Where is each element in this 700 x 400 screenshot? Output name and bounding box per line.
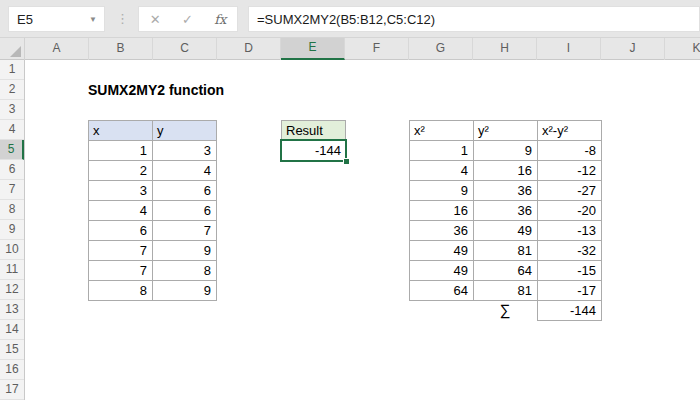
row-header-14[interactable]: 14 (0, 320, 24, 340)
table-cell[interactable]: 1 (89, 141, 153, 161)
table-cell[interactable]: 36 (474, 201, 538, 221)
table-cell[interactable]: 9 (474, 141, 538, 161)
enter-icon[interactable]: ✓ (182, 12, 193, 27)
table-cell[interactable]: -8 (538, 141, 602, 161)
table-row: 8 9 (89, 281, 217, 301)
table-cell[interactable]: 16 (474, 161, 538, 181)
table-cell[interactable]: 49 (410, 261, 474, 281)
squares-header-y2[interactable]: y² (474, 121, 538, 141)
table-cell[interactable]: 36 (410, 221, 474, 241)
table-cell[interactable]: 49 (474, 221, 538, 241)
table-cell[interactable]: 3 (153, 141, 217, 161)
xy-header-x[interactable]: x (89, 121, 153, 141)
table-cell[interactable]: 8 (153, 261, 217, 281)
table-cell[interactable]: -13 (538, 221, 602, 241)
column-header-h[interactable]: H (473, 38, 537, 60)
table-cell[interactable]: 36 (474, 181, 538, 201)
column-header-k[interactable]: K (665, 38, 700, 60)
column-header-j[interactable]: J (601, 38, 665, 60)
row-header-5[interactable]: 5 (0, 140, 24, 160)
selected-cell-value: -144 (315, 143, 341, 158)
insert-function-icon[interactable]: fx (214, 12, 226, 27)
row-headers: 1 2 3 4 5 6 7 8 9 10 11 12 13 14 15 16 1… (0, 60, 25, 400)
table-cell[interactable]: 3 (89, 181, 153, 201)
column-header-c[interactable]: C (153, 38, 217, 60)
column-header-g[interactable]: G (409, 38, 473, 60)
row-header-15[interactable]: 15 (0, 340, 24, 360)
row-header-13[interactable]: 13 (0, 300, 24, 320)
table-cell[interactable]: 9 (153, 241, 217, 261)
row-header-3[interactable]: 3 (0, 100, 24, 120)
grid-cells[interactable]: SUMX2MY2 function x y 1 3 2 4 3 6 (25, 60, 700, 400)
table-cell[interactable]: 7 (89, 261, 153, 281)
name-box[interactable]: E5 ▼ (8, 6, 105, 32)
sum-symbol-cell[interactable]: ∑ (473, 300, 537, 320)
table-cell[interactable]: 81 (474, 281, 538, 301)
excel-window: E5 ▼ ⋮ ✕ ✓ fx =SUMX2MY2(B5:B12,C5:C12) A… (0, 0, 700, 400)
xy-header-y[interactable]: y (153, 121, 217, 141)
table-row: 3 6 (89, 181, 217, 201)
table-cell[interactable]: 9 (153, 281, 217, 301)
select-all-button[interactable] (0, 38, 25, 60)
table-cell[interactable]: -27 (538, 181, 602, 201)
row-header-10[interactable]: 10 (0, 240, 24, 260)
sum-value-cell[interactable]: -144 (537, 300, 602, 321)
table-cell[interactable]: -17 (538, 281, 602, 301)
selected-cell[interactable]: -144 (280, 139, 347, 162)
table-cell[interactable]: 6 (89, 221, 153, 241)
table-cell[interactable]: 64 (474, 261, 538, 281)
table-cell[interactable]: 4 (89, 201, 153, 221)
fill-handle[interactable] (343, 158, 350, 165)
table-row: 1 9 -8 (410, 141, 602, 161)
squares-header-x2my2[interactable]: x²-y² (538, 121, 602, 141)
cancel-icon[interactable]: ✕ (150, 12, 161, 27)
formula-bar-separator-icon: ⋮ (116, 8, 126, 30)
name-box-dropdown-icon[interactable]: ▼ (89, 15, 104, 24)
table-cell[interactable]: 16 (410, 201, 474, 221)
table-cell[interactable]: 9 (410, 181, 474, 201)
title-cell[interactable]: SUMX2MY2 function (88, 80, 224, 100)
column-header-e[interactable]: E (281, 38, 345, 60)
column-header-d[interactable]: D (217, 38, 281, 60)
table-cell[interactable]: -12 (538, 161, 602, 181)
row-header-7[interactable]: 7 (0, 180, 24, 200)
table-cell[interactable]: -20 (538, 201, 602, 221)
row-header-12[interactable]: 12 (0, 280, 24, 300)
table-cell[interactable]: 8 (89, 281, 153, 301)
row-header-4[interactable]: 4 (0, 120, 24, 140)
formula-buttons-group: ✕ ✓ fx (138, 6, 238, 32)
table-cell[interactable]: 49 (410, 241, 474, 261)
column-header-i[interactable]: I (537, 38, 601, 60)
table-cell[interactable]: 7 (153, 221, 217, 241)
row-header-6[interactable]: 6 (0, 160, 24, 180)
table-cell[interactable]: 1 (410, 141, 474, 161)
column-header-f[interactable]: F (345, 38, 409, 60)
row-header-1[interactable]: 1 (0, 60, 24, 80)
row-header-9[interactable]: 9 (0, 220, 24, 240)
row-header-16[interactable]: 16 (0, 360, 24, 380)
table-header-row: x² y² x²-y² (410, 121, 602, 141)
row-header-2[interactable]: 2 (0, 80, 24, 100)
row-header-17[interactable]: 17 (0, 380, 24, 400)
table-cell[interactable]: 81 (474, 241, 538, 261)
table-cell[interactable]: 64 (410, 281, 474, 301)
table-cell[interactable]: -32 (538, 241, 602, 261)
table-row: 7 8 (89, 261, 217, 281)
table-cell[interactable]: 6 (153, 181, 217, 201)
formula-input[interactable]: =SUMX2MY2(B5:B12,C5:C12) (248, 6, 700, 32)
column-header-a[interactable]: A (25, 38, 89, 60)
table-cell[interactable]: 4 (153, 161, 217, 181)
table-cell[interactable]: 7 (89, 241, 153, 261)
squares-header-x2[interactable]: x² (410, 121, 474, 141)
table-header-row: x y (89, 121, 217, 141)
table-cell[interactable]: 6 (153, 201, 217, 221)
row-header-11[interactable]: 11 (0, 260, 24, 280)
result-label-cell[interactable]: Result (281, 120, 346, 141)
table-cell[interactable]: 2 (89, 161, 153, 181)
row-header-8[interactable]: 8 (0, 200, 24, 220)
formula-text: =SUMX2MY2(B5:B12,C5:C12) (257, 12, 435, 27)
column-header-b[interactable]: B (89, 38, 153, 60)
table-cell[interactable]: 4 (410, 161, 474, 181)
table-row: 4 6 (89, 201, 217, 221)
table-cell[interactable]: -15 (538, 261, 602, 281)
